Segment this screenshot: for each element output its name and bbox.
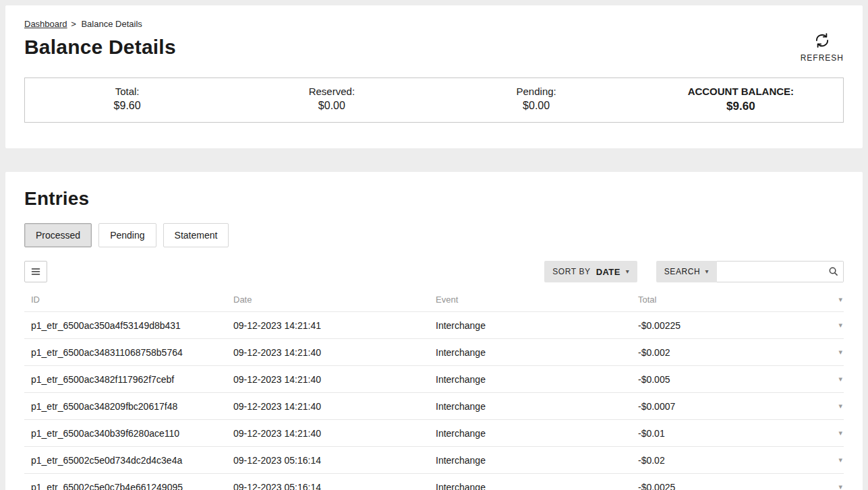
account-balance: ACCOUNT BALANCE: $9.60: [639, 86, 843, 113]
cell-total: -$0.00225: [631, 320, 830, 331]
search-input-wrap: [717, 261, 844, 282]
cell-total: -$0.005: [631, 374, 830, 385]
search-input[interactable]: [717, 261, 844, 282]
cell-event: Interchange: [429, 374, 631, 385]
header-date: Date: [227, 295, 429, 305]
cell-date: 09-12-2023 14:21:40: [227, 401, 429, 412]
table-header-row: ID Date Event Total ▾: [24, 290, 844, 312]
list-view-button[interactable]: [24, 261, 47, 282]
cell-id: p1_etr_6500ac340b39f6280ace110: [24, 428, 227, 439]
cell-total: -$0.01: [631, 428, 830, 439]
tab-pending[interactable]: Pending: [98, 223, 156, 247]
entries-table: ID Date Event Total ▾ p1_etr_6500ac350a4…: [24, 290, 844, 490]
cell-total: -$0.02: [631, 455, 830, 466]
table-row[interactable]: p1_etr_6500ac348311068758b5764 09-12-202…: [24, 339, 844, 366]
entries-card: Entries Processed Pending Statement SORT…: [5, 172, 863, 490]
tab-statement[interactable]: Statement: [163, 223, 229, 247]
breadcrumb: Dashboard > Balance Details: [24, 19, 844, 29]
header-id: ID: [24, 295, 227, 305]
cell-date: 09-12-2023 14:21:40: [227, 347, 429, 358]
balance-total: Total: $9.60: [25, 86, 229, 113]
balance-total-label: Total:: [25, 86, 229, 97]
cell-date: 09-12-2023 05:16:14: [227, 455, 429, 466]
cell-total: -$0.0025: [631, 482, 830, 490]
row-expand-caret-icon[interactable]: ▾: [838, 483, 844, 490]
entries-toolbar: SORT BY DATE ▾ SEARCH ▾: [24, 261, 844, 282]
cell-id: p1_etr_6500ac348209fbc20617f48: [24, 401, 227, 412]
row-expand-caret-icon[interactable]: ▾: [838, 456, 844, 464]
cell-event: Interchange: [429, 482, 631, 490]
sort-by-label: SORT BY: [552, 267, 590, 276]
balance-pending-label: Pending:: [434, 86, 639, 97]
title-row: Balance Details REFRESH: [24, 36, 844, 63]
search-control: SEARCH ▾: [656, 261, 844, 282]
account-balance-value: $9.60: [639, 100, 843, 113]
table-row[interactable]: p1_etr_65002c5e0c7b4e661249095 09-12-202…: [24, 474, 844, 490]
cell-id: p1_etr_6500ac3482f117962f7cebf: [24, 374, 227, 385]
cell-total: -$0.0007: [631, 401, 830, 412]
refresh-button[interactable]: REFRESH: [801, 32, 844, 63]
header-total: Total: [631, 295, 830, 305]
refresh-label: REFRESH: [801, 53, 844, 63]
cell-id: p1_etr_6500ac350a4f53149d8b431: [24, 320, 227, 331]
page-title: Balance Details: [24, 36, 176, 59]
caret-down-icon: ▾: [626, 268, 629, 275]
table-row[interactable]: p1_etr_6500ac348209fbc20617f48 09-12-202…: [24, 393, 844, 420]
cell-id: p1_etr_65002c5e0c7b4e661249095: [24, 482, 227, 490]
cell-event: Interchange: [429, 320, 631, 331]
cell-date: 09-12-2023 05:16:14: [227, 482, 429, 490]
balance-reserved: Reserved: $0.00: [229, 86, 434, 113]
cell-id: p1_etr_65002c5e0d734dc2d4c3e4a: [24, 455, 227, 466]
tab-processed[interactable]: Processed: [24, 223, 92, 247]
row-expand-caret-icon[interactable]: ▾: [838, 429, 844, 437]
header-caret-down-icon[interactable]: ▾: [838, 295, 844, 304]
header-event: Event: [429, 295, 631, 305]
row-expand-caret-icon[interactable]: ▾: [838, 321, 844, 330]
row-expand-caret-icon[interactable]: ▾: [838, 348, 844, 357]
account-balance-label: ACCOUNT BALANCE:: [639, 86, 843, 97]
sort-by-value: DATE: [596, 267, 620, 277]
row-expand-caret-icon[interactable]: ▾: [838, 375, 844, 384]
cell-event: Interchange: [429, 455, 631, 466]
balance-summary: Total: $9.60 Reserved: $0.00 Pending: $0…: [24, 78, 844, 123]
search-icon[interactable]: [828, 266, 838, 276]
page: Dashboard > Balance Details Balance Deta…: [0, 5, 868, 490]
cell-total: -$0.002: [631, 347, 830, 358]
cell-event: Interchange: [429, 347, 631, 358]
breadcrumb-separator: >: [71, 19, 76, 29]
search-field-selector[interactable]: SEARCH ▾: [656, 261, 717, 282]
caret-down-icon: ▾: [705, 268, 709, 275]
balance-pending-value: $0.00: [434, 100, 639, 112]
table-row[interactable]: p1_etr_6500ac350a4f53149d8b431 09-12-202…: [24, 312, 844, 339]
table-row[interactable]: p1_etr_65002c5e0d734dc2d4c3e4a 09-12-202…: [24, 447, 844, 474]
cell-event: Interchange: [429, 401, 631, 412]
search-field-label: SEARCH: [664, 267, 701, 276]
table-row[interactable]: p1_etr_6500ac3482f117962f7cebf 09-12-202…: [24, 366, 844, 393]
list-view-icon: [30, 266, 41, 277]
cell-id: p1_etr_6500ac348311068758b5764: [24, 347, 227, 358]
refresh-icon: [813, 32, 831, 49]
balance-reserved-value: $0.00: [229, 100, 434, 112]
balance-pending: Pending: $0.00: [434, 86, 639, 113]
entries-title: Entries: [24, 188, 844, 210]
balance-total-value: $9.60: [25, 100, 229, 112]
row-expand-caret-icon[interactable]: ▾: [838, 402, 844, 410]
cell-date: 09-12-2023 14:21:40: [227, 428, 429, 439]
entries-tabs: Processed Pending Statement: [24, 223, 844, 247]
breadcrumb-current: Balance Details: [81, 19, 142, 29]
cell-date: 09-12-2023 14:21:41: [227, 320, 429, 331]
balance-details-card: Dashboard > Balance Details Balance Deta…: [5, 5, 863, 148]
cell-date: 09-12-2023 14:21:40: [227, 374, 429, 385]
cell-event: Interchange: [429, 428, 631, 439]
breadcrumb-dashboard-link[interactable]: Dashboard: [24, 19, 67, 29]
sort-by-control[interactable]: SORT BY DATE ▾: [544, 261, 637, 282]
balance-reserved-label: Reserved:: [229, 86, 434, 97]
table-body: p1_etr_6500ac350a4f53149d8b431 09-12-202…: [24, 312, 844, 490]
table-row[interactable]: p1_etr_6500ac340b39f6280ace110 09-12-202…: [24, 420, 844, 447]
